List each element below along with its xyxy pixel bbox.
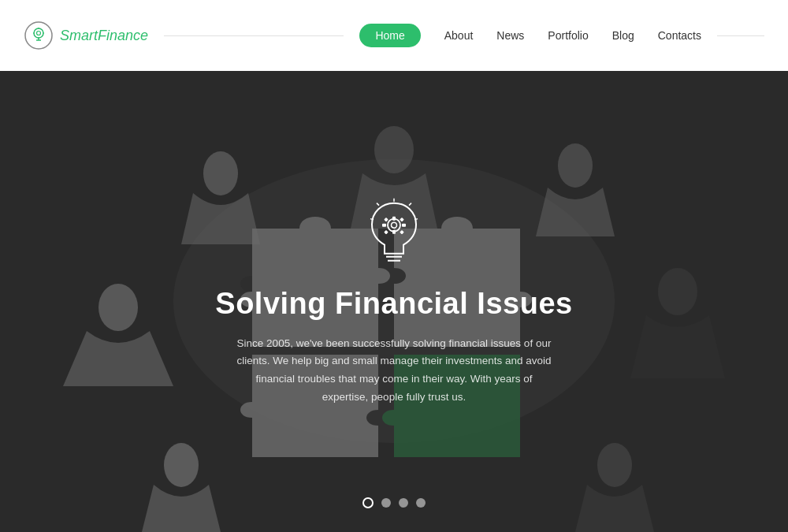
- svg-point-21: [392, 222, 397, 228]
- logo-script: Finance: [98, 28, 148, 43]
- carousel-dot-1[interactable]: [362, 497, 374, 508]
- svg-rect-29: [400, 229, 404, 234]
- hero-description: Since 2005, we've been successfully solv…: [236, 334, 552, 407]
- main-nav: Home About News Portfolio Blog Contacts: [359, 24, 701, 47]
- svg-line-32: [414, 218, 418, 219]
- nav-item-portfolio[interactable]: Portfolio: [548, 29, 588, 42]
- logo-icon: [24, 20, 54, 50]
- carousel-dot-3[interactable]: [399, 498, 408, 508]
- svg-line-33: [377, 203, 379, 205]
- nav-item-about[interactable]: About: [444, 29, 474, 42]
- hero-section: Solving Financial Issues Since 2005, we'…: [0, 71, 788, 532]
- svg-rect-22: [392, 216, 396, 220]
- logo-brand: Smart: [60, 28, 98, 43]
- hero-title: Solving Financial Issues: [197, 286, 591, 320]
- svg-point-20: [388, 218, 400, 231]
- logo[interactable]: SmartFinance: [24, 20, 148, 50]
- nav-item-news[interactable]: News: [496, 29, 524, 42]
- svg-rect-26: [384, 217, 388, 221]
- hero-content: Solving Financial Issues Since 2005, we'…: [197, 196, 591, 407]
- lightbulb-gear-icon: [362, 196, 426, 271]
- svg-point-4: [37, 32, 41, 35]
- svg-line-34: [370, 218, 374, 219]
- header-divider-left: [148, 35, 359, 36]
- carousel-dot-2[interactable]: [381, 498, 391, 508]
- svg-rect-28: [384, 229, 388, 234]
- nav-item-home[interactable]: Home: [359, 24, 420, 47]
- nav-item-blog[interactable]: Blog: [612, 29, 634, 42]
- svg-rect-27: [400, 217, 404, 221]
- carousel-dots: [362, 497, 426, 508]
- logo-text: SmartFinance: [60, 28, 148, 44]
- header: SmartFinance Home About News Portfolio B…: [0, 0, 788, 71]
- svg-rect-25: [402, 223, 406, 226]
- svg-line-31: [409, 203, 411, 205]
- nav-item-contacts[interactable]: Contacts: [658, 29, 701, 42]
- hero-icon: [197, 196, 591, 274]
- header-divider-right: [717, 35, 764, 36]
- svg-point-1: [34, 28, 43, 38]
- svg-rect-24: [382, 223, 386, 226]
- svg-rect-23: [392, 229, 396, 233]
- carousel-dot-4[interactable]: [416, 498, 426, 508]
